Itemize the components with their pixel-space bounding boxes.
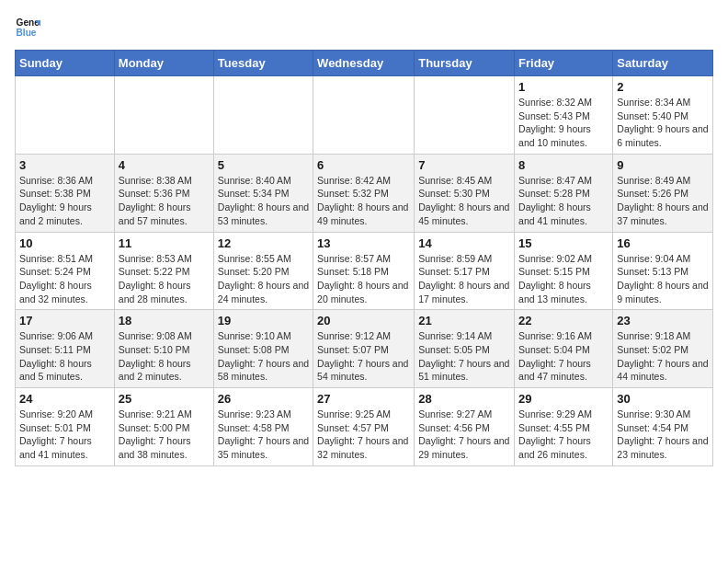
calendar-cell: 11Sunrise: 8:53 AMSunset: 5:22 PMDayligh…: [114, 232, 213, 310]
calendar-cell: 13Sunrise: 8:57 AMSunset: 5:18 PMDayligh…: [313, 232, 415, 310]
calendar-cell: 22Sunrise: 9:16 AMSunset: 5:04 PMDayligh…: [515, 310, 613, 388]
day-info: Sunrise: 9:06 AMSunset: 5:11 PMDaylight:…: [19, 329, 110, 384]
calendar-cell: 1Sunrise: 8:32 AMSunset: 5:43 PMDaylight…: [515, 76, 613, 155]
day-info: Sunrise: 9:16 AMSunset: 5:04 PMDaylight:…: [518, 329, 609, 384]
calendar-week-row: 3Sunrise: 8:36 AMSunset: 5:38 PMDaylight…: [16, 154, 713, 232]
page-header: General Blue: [15, 15, 713, 40]
day-info: Sunrise: 8:32 AMSunset: 5:43 PMDaylight:…: [518, 96, 609, 150]
calendar-cell: [313, 76, 415, 155]
day-number: 10: [19, 236, 110, 250]
day-number: 5: [218, 158, 309, 172]
calendar-table: SundayMondayTuesdayWednesdayThursdayFrid…: [15, 50, 713, 466]
day-number: 21: [418, 314, 510, 327]
calendar-cell: 21Sunrise: 9:14 AMSunset: 5:05 PMDayligh…: [415, 310, 515, 388]
day-number: 2: [617, 80, 709, 94]
day-info: Sunrise: 8:34 AMSunset: 5:40 PMDaylight:…: [617, 96, 709, 150]
day-number: 19: [218, 314, 309, 327]
calendar-header-row: SundayMondayTuesdayWednesdayThursdayFrid…: [16, 51, 713, 76]
calendar-cell: 10Sunrise: 8:51 AMSunset: 5:24 PMDayligh…: [16, 232, 115, 310]
calendar-cell: 19Sunrise: 9:10 AMSunset: 5:08 PMDayligh…: [213, 310, 313, 388]
calendar-cell: 4Sunrise: 8:38 AMSunset: 5:36 PMDaylight…: [114, 154, 213, 232]
day-number: 28: [418, 392, 510, 406]
calendar-cell: [114, 76, 213, 155]
day-header-friday: Friday: [515, 51, 613, 76]
logo-icon: General Blue: [15, 15, 40, 40]
calendar-week-row: 10Sunrise: 8:51 AMSunset: 5:24 PMDayligh…: [16, 232, 713, 310]
calendar-week-row: 1Sunrise: 8:32 AMSunset: 5:43 PMDaylight…: [16, 76, 713, 155]
day-info: Sunrise: 8:57 AMSunset: 5:18 PMDaylight:…: [317, 252, 410, 306]
day-info: Sunrise: 9:08 AMSunset: 5:10 PMDaylight:…: [119, 329, 210, 384]
day-header-sunday: Sunday: [16, 51, 115, 76]
day-header-monday: Monday: [114, 51, 213, 76]
svg-text:General: General: [17, 17, 40, 28]
calendar-week-row: 17Sunrise: 9:06 AMSunset: 5:11 PMDayligh…: [16, 310, 713, 388]
day-number: 11: [119, 236, 210, 250]
calendar-cell: 24Sunrise: 9:20 AMSunset: 5:01 PMDayligh…: [16, 388, 115, 466]
calendar-cell: 16Sunrise: 9:04 AMSunset: 5:13 PMDayligh…: [613, 232, 713, 310]
day-number: 15: [518, 236, 609, 250]
day-info: Sunrise: 8:51 AMSunset: 5:24 PMDaylight:…: [19, 252, 110, 306]
calendar-cell: 8Sunrise: 8:47 AMSunset: 5:28 PMDaylight…: [515, 154, 613, 232]
day-number: 18: [119, 314, 210, 327]
day-number: 4: [119, 158, 210, 172]
calendar-week-row: 24Sunrise: 9:20 AMSunset: 5:01 PMDayligh…: [16, 388, 713, 466]
calendar-cell: 30Sunrise: 9:30 AMSunset: 4:54 PMDayligh…: [613, 388, 713, 466]
day-info: Sunrise: 9:27 AMSunset: 4:56 PMDaylight:…: [418, 408, 510, 462]
day-number: 14: [418, 236, 510, 250]
calendar-cell: 17Sunrise: 9:06 AMSunset: 5:11 PMDayligh…: [16, 310, 115, 388]
calendar-cell: 20Sunrise: 9:12 AMSunset: 5:07 PMDayligh…: [313, 310, 415, 388]
day-number: 3: [19, 158, 110, 172]
day-number: 22: [518, 314, 609, 327]
calendar-cell: 28Sunrise: 9:27 AMSunset: 4:56 PMDayligh…: [415, 388, 515, 466]
day-number: 1: [518, 80, 609, 94]
day-info: Sunrise: 9:23 AMSunset: 4:58 PMDaylight:…: [218, 408, 309, 462]
svg-text:Blue: Blue: [17, 28, 37, 38]
day-info: Sunrise: 9:30 AMSunset: 4:54 PMDaylight:…: [617, 408, 709, 462]
day-number: 8: [518, 158, 609, 172]
calendar-cell: 3Sunrise: 8:36 AMSunset: 5:38 PMDaylight…: [16, 154, 115, 232]
logo: General Blue: [15, 15, 42, 40]
day-number: 13: [317, 236, 410, 250]
day-number: 29: [518, 392, 609, 406]
calendar-cell: 6Sunrise: 8:42 AMSunset: 5:32 PMDaylight…: [313, 154, 415, 232]
calendar-cell: 2Sunrise: 8:34 AMSunset: 5:40 PMDaylight…: [613, 76, 713, 155]
day-info: Sunrise: 8:55 AMSunset: 5:20 PMDaylight:…: [218, 252, 309, 306]
calendar-cell: [213, 76, 313, 155]
day-info: Sunrise: 8:59 AMSunset: 5:17 PMDaylight:…: [418, 252, 510, 306]
day-info: Sunrise: 8:42 AMSunset: 5:32 PMDaylight:…: [317, 174, 410, 228]
day-info: Sunrise: 9:29 AMSunset: 4:55 PMDaylight:…: [518, 408, 609, 462]
calendar-cell: 23Sunrise: 9:18 AMSunset: 5:02 PMDayligh…: [613, 310, 713, 388]
calendar-cell: [415, 76, 515, 155]
calendar-cell: [16, 76, 115, 155]
day-info: Sunrise: 9:20 AMSunset: 5:01 PMDaylight:…: [19, 408, 110, 462]
day-info: Sunrise: 9:18 AMSunset: 5:02 PMDaylight:…: [617, 329, 709, 384]
day-number: 20: [317, 314, 410, 327]
day-header-thursday: Thursday: [415, 51, 515, 76]
day-info: Sunrise: 9:04 AMSunset: 5:13 PMDaylight:…: [617, 252, 709, 306]
day-info: Sunrise: 9:14 AMSunset: 5:05 PMDaylight:…: [418, 329, 510, 384]
day-number: 25: [119, 392, 210, 406]
day-number: 12: [218, 236, 309, 250]
calendar-cell: 7Sunrise: 8:45 AMSunset: 5:30 PMDaylight…: [415, 154, 515, 232]
day-number: 24: [19, 392, 110, 406]
day-number: 30: [617, 392, 709, 406]
day-info: Sunrise: 8:40 AMSunset: 5:34 PMDaylight:…: [218, 174, 309, 228]
day-number: 7: [418, 158, 510, 172]
day-number: 17: [19, 314, 110, 327]
day-info: Sunrise: 8:36 AMSunset: 5:38 PMDaylight:…: [19, 174, 110, 228]
calendar-cell: 5Sunrise: 8:40 AMSunset: 5:34 PMDaylight…: [213, 154, 313, 232]
calendar-cell: 15Sunrise: 9:02 AMSunset: 5:15 PMDayligh…: [515, 232, 613, 310]
calendar-cell: 25Sunrise: 9:21 AMSunset: 5:00 PMDayligh…: [114, 388, 213, 466]
calendar-cell: 9Sunrise: 8:49 AMSunset: 5:26 PMDaylight…: [613, 154, 713, 232]
day-info: Sunrise: 8:47 AMSunset: 5:28 PMDaylight:…: [518, 174, 609, 228]
day-header-saturday: Saturday: [613, 51, 713, 76]
day-info: Sunrise: 8:53 AMSunset: 5:22 PMDaylight:…: [119, 252, 210, 306]
day-number: 6: [317, 158, 410, 172]
day-number: 9: [617, 158, 709, 172]
day-number: 23: [617, 314, 709, 327]
day-info: Sunrise: 9:25 AMSunset: 4:57 PMDaylight:…: [317, 408, 410, 462]
calendar-cell: 12Sunrise: 8:55 AMSunset: 5:20 PMDayligh…: [213, 232, 313, 310]
calendar-cell: 18Sunrise: 9:08 AMSunset: 5:10 PMDayligh…: [114, 310, 213, 388]
calendar-cell: 26Sunrise: 9:23 AMSunset: 4:58 PMDayligh…: [213, 388, 313, 466]
day-number: 26: [218, 392, 309, 406]
